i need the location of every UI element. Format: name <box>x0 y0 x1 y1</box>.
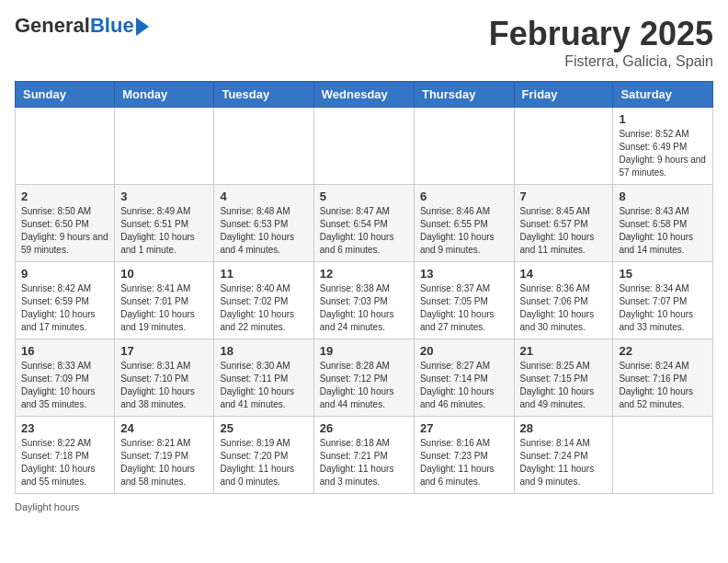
day-number: 10 <box>120 267 208 281</box>
calendar-cell: 25Sunrise: 8:19 AM Sunset: 7:20 PM Dayli… <box>214 417 313 494</box>
day-info: Sunrise: 8:16 AM Sunset: 7:23 PM Dayligh… <box>420 437 508 488</box>
day-number: 22 <box>619 344 707 358</box>
day-number: 1 <box>619 112 707 126</box>
page-title: February 2025 <box>489 15 713 53</box>
calendar-cell: 5Sunrise: 8:47 AM Sunset: 6:54 PM Daylig… <box>313 185 414 262</box>
day-info: Sunrise: 8:45 AM Sunset: 6:57 PM Dayligh… <box>520 205 608 257</box>
day-info: Sunrise: 8:36 AM Sunset: 7:06 PM Dayligh… <box>520 282 608 334</box>
calendar-cell <box>115 108 214 185</box>
daylight-label: Daylight hours <box>15 501 79 512</box>
day-number: 27 <box>420 421 508 435</box>
calendar-cell <box>514 108 613 185</box>
day-number: 23 <box>21 421 108 435</box>
calendar-cell: 20Sunrise: 8:27 AM Sunset: 7:14 PM Dayli… <box>414 339 514 417</box>
day-info: Sunrise: 8:30 AM Sunset: 7:11 PM Dayligh… <box>220 360 307 411</box>
calendar-cell: 8Sunrise: 8:43 AM Sunset: 6:58 PM Daylig… <box>613 185 713 262</box>
day-info: Sunrise: 8:14 AM Sunset: 7:24 PM Dayligh… <box>520 437 608 488</box>
calendar-cell: 9Sunrise: 8:42 AM Sunset: 6:59 PM Daylig… <box>16 262 115 339</box>
calendar-cell <box>313 108 414 185</box>
page-subtitle: Fisterra, Galicia, Spain <box>489 53 713 70</box>
page-header: GeneralBlue February 2025 Fisterra, Gali… <box>15 15 713 70</box>
weekday-header-sunday: Sunday <box>16 82 115 108</box>
logo: GeneralBlue <box>15 15 149 37</box>
day-number: 13 <box>420 267 508 281</box>
calendar-cell: 14Sunrise: 8:36 AM Sunset: 7:06 PM Dayli… <box>514 262 613 339</box>
calendar-cell: 13Sunrise: 8:37 AM Sunset: 7:05 PM Dayli… <box>414 262 514 339</box>
day-number: 21 <box>520 344 608 358</box>
calendar-cell: 27Sunrise: 8:16 AM Sunset: 7:23 PM Dayli… <box>414 417 514 494</box>
calendar-cell: 16Sunrise: 8:33 AM Sunset: 7:09 PM Dayli… <box>16 339 115 417</box>
calendar-cell: 6Sunrise: 8:46 AM Sunset: 6:55 PM Daylig… <box>414 185 514 262</box>
calendar-cell: 10Sunrise: 8:41 AM Sunset: 7:01 PM Dayli… <box>115 262 214 339</box>
weekday-header-monday: Monday <box>115 82 214 108</box>
day-number: 17 <box>120 344 208 358</box>
calendar-cell: 2Sunrise: 8:50 AM Sunset: 6:50 PM Daylig… <box>16 185 115 262</box>
calendar-cell: 11Sunrise: 8:40 AM Sunset: 7:02 PM Dayli… <box>214 262 313 339</box>
calendar-cell: 24Sunrise: 8:21 AM Sunset: 7:19 PM Dayli… <box>115 417 214 494</box>
day-number: 25 <box>220 421 307 435</box>
day-info: Sunrise: 8:24 AM Sunset: 7:16 PM Dayligh… <box>619 360 707 411</box>
day-number: 2 <box>21 190 108 203</box>
logo-text: GeneralBlue <box>15 15 134 37</box>
day-info: Sunrise: 8:34 AM Sunset: 7:07 PM Dayligh… <box>619 282 707 334</box>
day-info: Sunrise: 8:43 AM Sunset: 6:58 PM Dayligh… <box>619 205 707 257</box>
day-number: 19 <box>320 344 408 358</box>
calendar-cell: 1Sunrise: 8:52 AM Sunset: 6:49 PM Daylig… <box>613 108 713 185</box>
day-info: Sunrise: 8:27 AM Sunset: 7:14 PM Dayligh… <box>420 360 508 411</box>
day-info: Sunrise: 8:33 AM Sunset: 7:09 PM Dayligh… <box>21 360 108 411</box>
day-info: Sunrise: 8:25 AM Sunset: 7:15 PM Dayligh… <box>520 360 608 411</box>
calendar-cell: 18Sunrise: 8:30 AM Sunset: 7:11 PM Dayli… <box>214 339 313 417</box>
calendar-cell <box>414 108 514 185</box>
day-info: Sunrise: 8:47 AM Sunset: 6:54 PM Dayligh… <box>320 205 408 257</box>
day-number: 7 <box>520 190 608 203</box>
calendar-cell: 19Sunrise: 8:28 AM Sunset: 7:12 PM Dayli… <box>313 339 414 417</box>
calendar-week-1: 1Sunrise: 8:52 AM Sunset: 6:49 PM Daylig… <box>16 108 713 185</box>
logo-arrow-icon <box>136 17 149 36</box>
day-number: 15 <box>619 267 707 281</box>
day-number: 14 <box>520 267 608 281</box>
day-number: 26 <box>320 421 408 435</box>
day-info: Sunrise: 8:48 AM Sunset: 6:53 PM Dayligh… <box>220 205 307 257</box>
title-block: February 2025 Fisterra, Galicia, Spain <box>489 15 713 70</box>
day-info: Sunrise: 8:40 AM Sunset: 7:02 PM Dayligh… <box>220 282 307 334</box>
weekday-header-wednesday: Wednesday <box>313 82 414 108</box>
day-info: Sunrise: 8:31 AM Sunset: 7:10 PM Dayligh… <box>120 360 208 411</box>
day-info: Sunrise: 8:42 AM Sunset: 6:59 PM Dayligh… <box>21 282 108 334</box>
day-info: Sunrise: 8:38 AM Sunset: 7:03 PM Dayligh… <box>320 282 408 334</box>
day-number: 20 <box>420 344 508 358</box>
calendar-cell <box>214 108 313 185</box>
weekday-header-friday: Friday <box>514 82 613 108</box>
calendar-cell: 28Sunrise: 8:14 AM Sunset: 7:24 PM Dayli… <box>514 417 613 494</box>
day-number: 16 <box>21 344 108 358</box>
day-number: 3 <box>120 190 208 203</box>
day-info: Sunrise: 8:19 AM Sunset: 7:20 PM Dayligh… <box>220 437 307 488</box>
footer: Daylight hours <box>15 501 713 512</box>
calendar-week-3: 9Sunrise: 8:42 AM Sunset: 6:59 PM Daylig… <box>16 262 713 339</box>
calendar-week-2: 2Sunrise: 8:50 AM Sunset: 6:50 PM Daylig… <box>16 185 713 262</box>
weekday-header-saturday: Saturday <box>613 82 713 108</box>
weekday-header-thursday: Thursday <box>414 82 514 108</box>
calendar-cell: 21Sunrise: 8:25 AM Sunset: 7:15 PM Dayli… <box>514 339 613 417</box>
day-info: Sunrise: 8:52 AM Sunset: 6:49 PM Dayligh… <box>619 128 707 179</box>
day-info: Sunrise: 8:41 AM Sunset: 7:01 PM Dayligh… <box>120 282 208 334</box>
day-info: Sunrise: 8:18 AM Sunset: 7:21 PM Dayligh… <box>320 437 408 488</box>
calendar-cell <box>613 417 713 494</box>
day-number: 28 <box>520 421 608 435</box>
calendar-cell: 12Sunrise: 8:38 AM Sunset: 7:03 PM Dayli… <box>313 262 414 339</box>
calendar-cell <box>16 108 115 185</box>
day-info: Sunrise: 8:49 AM Sunset: 6:51 PM Dayligh… <box>120 205 208 257</box>
calendar-cell: 3Sunrise: 8:49 AM Sunset: 6:51 PM Daylig… <box>115 185 214 262</box>
calendar-header-row: SundayMondayTuesdayWednesdayThursdayFrid… <box>16 82 713 108</box>
calendar-cell: 22Sunrise: 8:24 AM Sunset: 7:16 PM Dayli… <box>613 339 713 417</box>
calendar-cell: 23Sunrise: 8:22 AM Sunset: 7:18 PM Dayli… <box>16 417 115 494</box>
calendar-week-5: 23Sunrise: 8:22 AM Sunset: 7:18 PM Dayli… <box>16 417 713 494</box>
calendar-cell: 15Sunrise: 8:34 AM Sunset: 7:07 PM Dayli… <box>613 262 713 339</box>
day-info: Sunrise: 8:28 AM Sunset: 7:12 PM Dayligh… <box>320 360 408 411</box>
day-number: 8 <box>619 190 707 203</box>
calendar-table: SundayMondayTuesdayWednesdayThursdayFrid… <box>15 81 713 494</box>
day-number: 11 <box>220 267 307 281</box>
day-number: 18 <box>220 344 307 358</box>
day-info: Sunrise: 8:22 AM Sunset: 7:18 PM Dayligh… <box>21 437 108 488</box>
calendar-cell: 7Sunrise: 8:45 AM Sunset: 6:57 PM Daylig… <box>514 185 613 262</box>
day-info: Sunrise: 8:21 AM Sunset: 7:19 PM Dayligh… <box>120 437 208 488</box>
